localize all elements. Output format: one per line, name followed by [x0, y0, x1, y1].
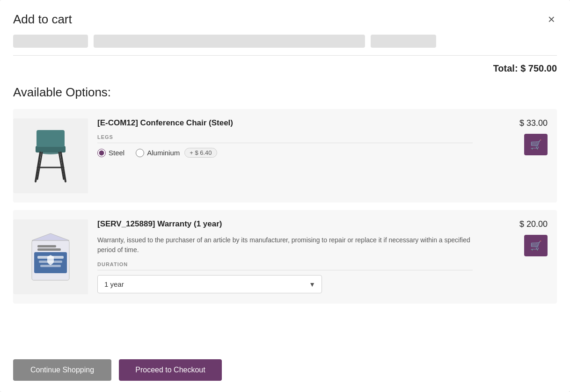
radio-steel[interactable]: Steel — [97, 149, 124, 157]
svg-rect-1 — [36, 146, 66, 152]
legs-option-label: LEGS — [97, 134, 473, 143]
skeleton-row — [0, 35, 570, 55]
cart-icon-chair: 🛒 — [530, 139, 542, 150]
product-desc-warranty: Warranty, issued to the purchaser of an … — [97, 235, 473, 255]
available-options-title: Available Options: — [0, 81, 570, 109]
warranty-icon — [25, 226, 76, 287]
warranty-price: $ 20.00 — [519, 219, 548, 229]
warranty-price-col: $ 20.00 🛒 — [482, 219, 548, 256]
footer-row: Continue Shopping Proceed to Checkout — [0, 348, 570, 392]
product-card-warranty: [SERV_125889] Warranty (1 year) Warranty… — [13, 210, 557, 304]
duration-option-label: DURATION — [97, 261, 473, 270]
chair-price-col: $ 33.00 🛒 — [482, 118, 548, 155]
skeleton-bar-2 — [94, 35, 365, 48]
svg-rect-15 — [37, 248, 61, 251]
add-chair-to-cart-button[interactable]: 🛒 — [524, 134, 548, 155]
product-card-chair: [E-COM12] Conference Chair (Steel) LEGS … — [13, 109, 557, 203]
continue-shopping-button[interactable]: Continue Shopping — [13, 359, 111, 381]
product-name-warranty: [SERV_125889] Warranty (1 year) — [97, 219, 473, 229]
svg-marker-9 — [32, 233, 69, 240]
modal-header: Add to cart × — [0, 0, 570, 35]
total-amount: Total: $ 750.00 — [493, 63, 557, 74]
skeleton-bar-3 — [371, 35, 436, 48]
product-list: [E-COM12] Conference Chair (Steel) LEGS … — [0, 109, 570, 348]
aluminium-price-badge: + $ 6.40 — [184, 148, 217, 158]
add-warranty-to-cart-button[interactable]: 🛒 — [524, 235, 548, 256]
close-button[interactable]: × — [546, 11, 557, 27]
product-image-chair — [13, 118, 88, 193]
svg-rect-14 — [37, 245, 56, 247]
proceed-checkout-button[interactable]: Proceed to Checkout — [119, 359, 222, 381]
chair-icon — [25, 125, 76, 186]
chair-price: $ 33.00 — [519, 118, 548, 128]
radio-steel-input[interactable] — [97, 149, 106, 157]
cart-icon-warranty: 🛒 — [530, 240, 542, 251]
svg-rect-2 — [37, 130, 65, 147]
modal-title: Add to cart — [13, 12, 72, 27]
product-details-chair: [E-COM12] Conference Chair (Steel) LEGS … — [88, 118, 482, 158]
radio-aluminium-label: Aluminium — [147, 149, 180, 157]
add-to-cart-modal: Add to cart × Total: $ 750.00 Available … — [0, 0, 570, 392]
skeleton-bar-1 — [13, 35, 88, 48]
radio-aluminium[interactable]: Aluminium + $ 6.40 — [136, 148, 217, 158]
product-image-warranty — [13, 219, 88, 294]
duration-select[interactable]: 1 year 2 years 3 years — [97, 275, 322, 293]
product-name-chair: [E-COM12] Conference Chair (Steel) — [97, 118, 473, 128]
legs-radio-group: Steel Aluminium + $ 6.40 — [97, 148, 473, 158]
radio-aluminium-input[interactable] — [136, 149, 144, 157]
duration-select-wrapper: 1 year 2 years 3 years ▼ — [97, 275, 322, 293]
radio-steel-label: Steel — [109, 149, 124, 157]
product-details-warranty: [SERV_125889] Warranty (1 year) Warranty… — [88, 219, 482, 293]
total-row: Total: $ 750.00 — [0, 56, 570, 81]
